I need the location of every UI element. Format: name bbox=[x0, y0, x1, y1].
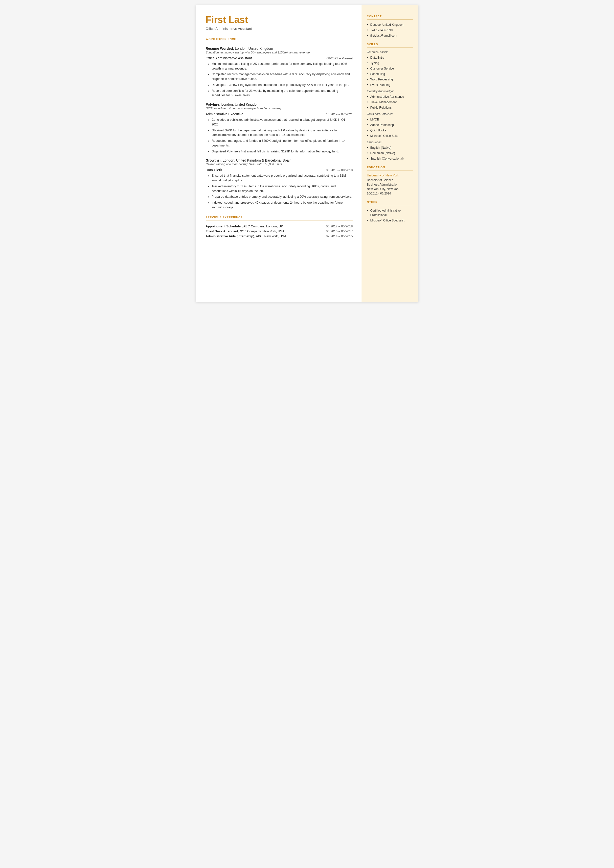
education-header: EDUCATION bbox=[367, 166, 413, 169]
job-title-3: Data Clerk bbox=[206, 168, 222, 172]
technical-skills-list: Data Entry Typing Customer Service Sched… bbox=[367, 56, 413, 87]
prev-exp-row-1: Appointment Scheduler, ABC Company, Lond… bbox=[206, 224, 353, 228]
contact-item-3: first.last@gmail.com bbox=[367, 33, 413, 38]
job-block-3: Growthsi, London, United Kingdom & Barce… bbox=[206, 158, 353, 210]
industry-skill-1: Administrative Assistance bbox=[367, 95, 413, 99]
contact-item-1: Dundee, United Kingdom bbox=[367, 23, 413, 27]
right-column: CONTACT Dundee, United Kingdom +44 12345… bbox=[361, 5, 419, 302]
company-name-3: Growthsi, London, United Kingdom & Barce… bbox=[206, 158, 353, 163]
candidate-title: Office Administrative Assistant bbox=[206, 27, 353, 31]
prev-exp-row-3: Administrative Aide (Internship), ABC, N… bbox=[206, 234, 353, 238]
industry-skills-list: Administrative Assistance Travel Managem… bbox=[367, 95, 413, 110]
tech-skill-3: Customer Service bbox=[367, 66, 413, 71]
industry-skills-label: Industry Knowledge: bbox=[367, 90, 413, 93]
candidate-name: First Last bbox=[206, 15, 353, 25]
bullet-1-4: Recorded zero conflicts for 21 weeks by … bbox=[208, 89, 353, 98]
edu-degree: Bachelor of Science bbox=[367, 178, 413, 182]
language-3: Spanish (Conversational) bbox=[367, 156, 413, 161]
prev-exp-left-1: Appointment Scheduler, ABC Company, Lond… bbox=[206, 224, 283, 228]
prev-exp-row-2: Front Desk Attendant, XYZ Company, New Y… bbox=[206, 229, 353, 233]
bullet-3-2: Tracked inventory for 1.9K items in the … bbox=[208, 184, 353, 194]
tool-skill-2: Adobe Photoshop bbox=[367, 123, 413, 127]
bullet-1-1: Maintained database listing of 2K custom… bbox=[208, 62, 353, 71]
company-desc-1: Education technology startup with 50+ em… bbox=[206, 51, 353, 54]
bullet-3-3: Prepared database entries promptly and a… bbox=[208, 194, 353, 199]
languages-list: English (Native) Romanian (Native) Spani… bbox=[367, 146, 413, 161]
job-row-1: Office Administrative Assistant 08/2021 … bbox=[206, 56, 353, 60]
job-row-2: Administrative Executive 10/2019 – 07/20… bbox=[206, 112, 353, 116]
other-list: Certified Administrative Professional. M… bbox=[367, 208, 413, 223]
work-experience-header: WORK EXPERIENCE bbox=[206, 37, 353, 40]
job-bullets-2: Concluded a publicized administrative as… bbox=[206, 118, 353, 154]
language-2: Romanian (Native) bbox=[367, 151, 413, 155]
tool-skill-4: Microsoft Office Suite bbox=[367, 134, 413, 138]
tech-skill-2: Typing bbox=[367, 61, 413, 65]
languages-label: Languages: bbox=[367, 141, 413, 144]
job-title-1: Office Administrative Assistant bbox=[206, 56, 252, 60]
tool-skill-3: QuickBooks bbox=[367, 128, 413, 133]
bullet-2-4: Organized Polyhire's first annual fall p… bbox=[208, 149, 353, 154]
other-divider bbox=[367, 205, 413, 205]
contact-item-2: +44 1234567890 bbox=[367, 28, 413, 33]
company-name-2: Polyhire, London, United Kingdom bbox=[206, 102, 353, 107]
job-block-2: Polyhire, London, United Kingdom NYSE-li… bbox=[206, 102, 353, 154]
bullet-1-3: Developed 13 new filing systems that inc… bbox=[208, 83, 353, 87]
education-divider bbox=[367, 170, 413, 171]
other-item-1: Certified Administrative Professional. bbox=[367, 208, 413, 217]
tool-skill-1: MYOB bbox=[367, 117, 413, 122]
industry-skill-3: Public Relations bbox=[367, 106, 413, 110]
job-bullets-3: Ensured that financial statement data we… bbox=[206, 174, 353, 210]
bullet-1-2: Completed records management tasks on sc… bbox=[208, 72, 353, 81]
job-dates-1: 08/2021 – Present bbox=[326, 56, 353, 60]
contact-header: CONTACT bbox=[367, 15, 413, 18]
prev-exp-dates-3: 07/2014 – 05/2015 bbox=[326, 234, 353, 238]
prev-exp-dates-1: 06/2017 – 05/2018 bbox=[326, 224, 353, 228]
bullet-2-2: Obtained $70K for the departmental train… bbox=[208, 128, 353, 138]
company-desc-3: Career training and membership SaaS with… bbox=[206, 163, 353, 166]
resume-container: First Last Office Administrative Assista… bbox=[196, 5, 419, 302]
edu-school: University of New York bbox=[367, 174, 413, 177]
edu-location: New York City, New York bbox=[367, 187, 413, 191]
other-item-2: Microsoft Office Specialist. bbox=[367, 218, 413, 223]
job-dates-2: 10/2019 – 07/2021 bbox=[326, 112, 353, 116]
edu-field: Business Administration bbox=[367, 182, 413, 187]
job-row-3: Data Clerk 06/2018 – 09/2019 bbox=[206, 168, 353, 172]
bullet-2-1: Concluded a publicized administrative as… bbox=[208, 118, 353, 127]
technical-skills-label: Technical Skills: bbox=[367, 50, 413, 54]
prev-exp-left-3: Administrative Aide (Internship), ABC, N… bbox=[206, 234, 286, 238]
company-desc-2: NYSE-listed recruitment and employer bra… bbox=[206, 107, 353, 110]
job-bullets-1: Maintained database listing of 2K custom… bbox=[206, 62, 353, 98]
bullet-3-1: Ensured that financial statement data we… bbox=[208, 174, 353, 183]
tools-skills-label: Tools and Software: bbox=[367, 112, 413, 116]
tools-skills-list: MYOB Adobe Photoshop QuickBooks Microsof… bbox=[367, 117, 413, 138]
job-title-2: Administrative Executive bbox=[206, 112, 243, 116]
prev-exp-dates-2: 06/2016 – 05/2017 bbox=[326, 229, 353, 233]
prev-experience-header: PREVIOUS EXPERIENCE bbox=[206, 216, 353, 219]
tech-skill-5: Word Processing bbox=[367, 77, 413, 82]
prev-experience-divider bbox=[206, 220, 353, 220]
contact-divider bbox=[367, 19, 413, 20]
industry-skill-2: Travel Management bbox=[367, 100, 413, 104]
tech-skill-4: Scheduling bbox=[367, 72, 413, 76]
work-experience-divider bbox=[206, 42, 353, 42]
other-header: OTHER bbox=[367, 201, 413, 203]
job-dates-3: 06/2018 – 09/2019 bbox=[326, 168, 353, 172]
skills-divider bbox=[367, 47, 413, 48]
tech-skill-6: Event Planning bbox=[367, 83, 413, 87]
tech-skill-1: Data Entry bbox=[367, 56, 413, 60]
skills-header: SKILLS bbox=[367, 43, 413, 46]
company-name-1: Resume Worded, London, United Kingdom bbox=[206, 46, 353, 51]
contact-list: Dundee, United Kingdom +44 1234567890 fi… bbox=[367, 23, 413, 38]
prev-exp-left-2: Front Desk Attendant, XYZ Company, New Y… bbox=[206, 229, 285, 233]
job-block-1: Resume Worded, London, United Kingdom Ed… bbox=[206, 46, 353, 98]
edu-dates: 10/2011 - 06/2014 bbox=[367, 191, 413, 196]
left-column: First Last Office Administrative Assista… bbox=[196, 5, 361, 302]
bullet-3-4: Indexed, coded, and preserved 40K pages … bbox=[208, 200, 353, 210]
language-1: English (Native) bbox=[367, 146, 413, 150]
bullet-2-3: Requested, managed, and funded a $200K b… bbox=[208, 138, 353, 148]
